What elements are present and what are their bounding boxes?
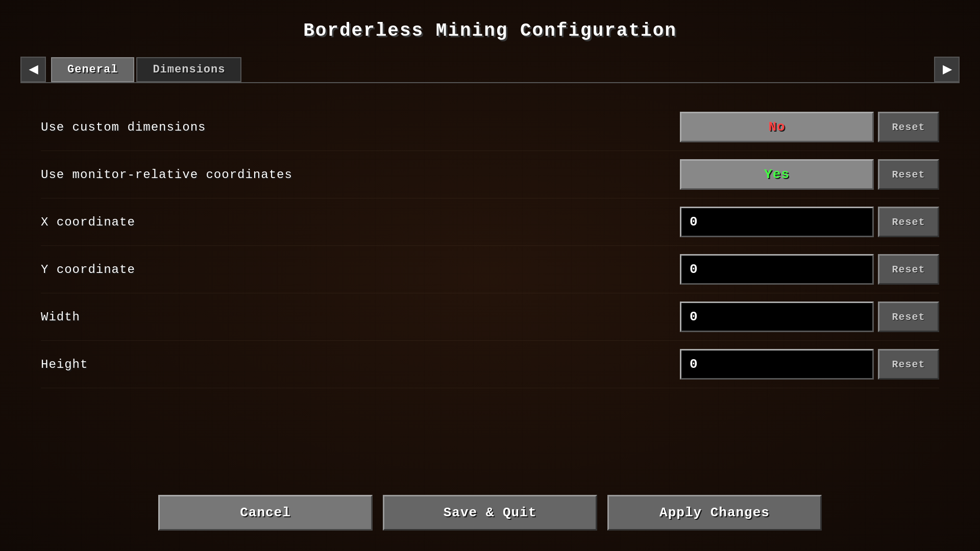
toggle-custom-dimensions[interactable]: No: [680, 112, 874, 142]
setting-label-monitor-relative: Use monitor-relative coordinates: [41, 168, 680, 182]
tab-dimensions[interactable]: Dimensions: [136, 57, 241, 82]
tabs-wrapper: General Dimensions: [46, 57, 934, 82]
reset-monitor-relative[interactable]: Reset: [878, 159, 939, 190]
tab-bar: ◀ General Dimensions ▶: [20, 57, 960, 83]
setting-row-height: Height Reset: [41, 341, 939, 388]
setting-row-monitor-relative: Use monitor-relative coordinates Yes Res…: [41, 151, 939, 198]
tab-general[interactable]: General: [51, 57, 134, 82]
setting-label-custom-dimensions: Use custom dimensions: [41, 120, 680, 134]
control-group-height: Reset: [680, 349, 939, 380]
reset-height[interactable]: Reset: [878, 349, 939, 380]
control-group-custom-dimensions: No Reset: [680, 112, 939, 142]
input-height[interactable]: [680, 349, 874, 380]
apply-changes-button[interactable]: Apply Changes: [607, 495, 822, 531]
reset-y-coordinate[interactable]: Reset: [878, 254, 939, 285]
control-group-monitor-relative: Yes Reset: [680, 159, 939, 190]
input-width[interactable]: [680, 302, 874, 332]
setting-row-y-coordinate: Y coordinate Reset: [41, 246, 939, 293]
cancel-button[interactable]: Cancel: [158, 495, 373, 531]
control-group-width: Reset: [680, 302, 939, 332]
reset-custom-dimensions[interactable]: Reset: [878, 112, 939, 142]
input-y-coordinate[interactable]: [680, 254, 874, 285]
toggle-monitor-relative[interactable]: Yes: [680, 159, 874, 190]
control-group-x-coordinate: Reset: [680, 207, 939, 237]
save-quit-button[interactable]: Save & Quit: [383, 495, 597, 531]
settings-content: Use custom dimensions No Reset Use monit…: [20, 104, 960, 485]
input-x-coordinate[interactable]: [680, 207, 874, 237]
setting-row-custom-dimensions: Use custom dimensions No Reset: [41, 104, 939, 151]
setting-label-width: Width: [41, 310, 680, 324]
bottom-bar: Cancel Save & Quit Apply Changes: [20, 485, 960, 541]
tab-arrow-right[interactable]: ▶: [934, 57, 960, 82]
setting-label-y-coordinate: Y coordinate: [41, 263, 680, 277]
setting-label-x-coordinate: X coordinate: [41, 215, 680, 229]
setting-row-x-coordinate: X coordinate Reset: [41, 198, 939, 246]
control-group-y-coordinate: Reset: [680, 254, 939, 285]
setting-row-width: Width Reset: [41, 293, 939, 341]
reset-width[interactable]: Reset: [878, 302, 939, 332]
page-title: Borderless Mining Configuration: [303, 20, 677, 41]
setting-label-height: Height: [41, 358, 680, 371]
tab-arrow-left[interactable]: ◀: [20, 57, 46, 82]
reset-x-coordinate[interactable]: Reset: [878, 207, 939, 237]
